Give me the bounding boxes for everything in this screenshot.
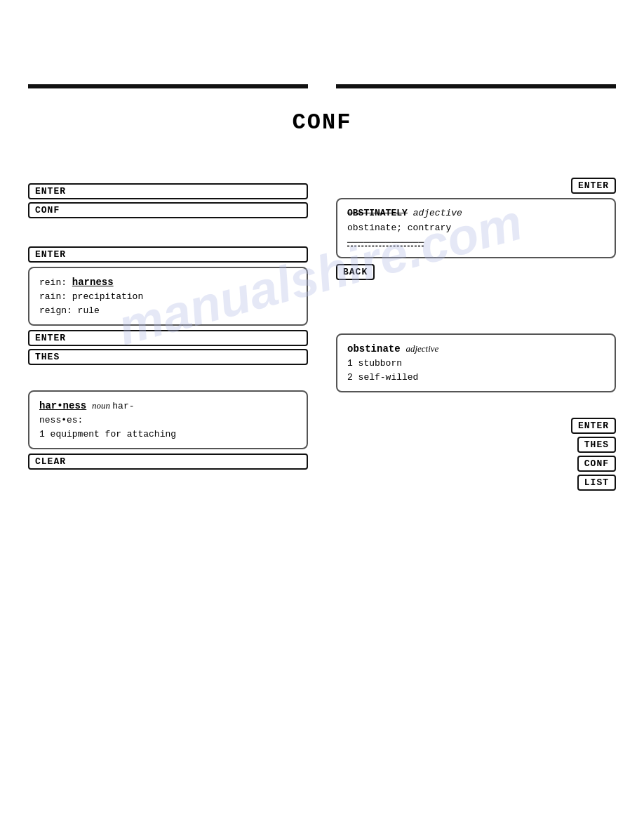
harness-word: har•ness: [39, 400, 86, 411]
right-enter-btn-1[interactable]: ENTER: [571, 178, 616, 194]
left-list-box: rein: harness rain: precipitation reign:…: [28, 267, 308, 326]
list-line-3: reign: rule: [39, 304, 297, 318]
left-thes-btn[interactable]: THES: [28, 349, 308, 365]
left-section-2: ENTER rein: harness rain: precipitation …: [28, 246, 308, 365]
right-def-line-3: 2 self-willed: [347, 371, 605, 385]
list-line-1: rein: harness: [39, 275, 297, 290]
left-conf-btn-1[interactable]: CONF: [28, 202, 308, 218]
harness-pos: noun: [92, 400, 112, 411]
obstinately-pos: adjective: [413, 208, 462, 218]
strike-dashes: ──────────────: [347, 236, 605, 251]
left-column: ENTER CONF ENTER rein: harness rain: pre…: [28, 178, 308, 491]
main-layout: ENTER CONF ENTER rein: harness rain: pre…: [0, 178, 644, 491]
back-btn-row: BACK: [336, 264, 616, 280]
right-strikethrough-box: OBSTINATELY adjective obstinate; contrar…: [336, 198, 616, 258]
left-enter-btn-1[interactable]: ENTER: [28, 183, 308, 199]
obstinate-pos: adjective: [405, 343, 438, 354]
left-def-box: har•ness noun har- ness•es: 1 equipment …: [28, 390, 308, 449]
strike-line-1: OBSTINATELY adjective: [347, 206, 605, 221]
def-line-3: 1 equipment for attaching: [39, 428, 297, 442]
left-enter-btn-3[interactable]: ENTER: [28, 330, 308, 346]
left-section-3: har•ness noun har- ness•es: 1 equipment …: [28, 386, 308, 470]
right-conf-btn[interactable]: CONF: [577, 456, 616, 472]
top-bars: [0, 84, 644, 88]
rein-word: harness: [72, 277, 114, 288]
right-def-line-1: obstinate adjective: [347, 342, 605, 357]
right-thes-btn[interactable]: THES: [577, 437, 616, 453]
left-enter-btn-2[interactable]: ENTER: [28, 246, 308, 263]
right-section-3: ENTER THES CONF LIST: [336, 418, 616, 491]
def-line-1: har•ness noun har-: [39, 399, 297, 413]
right-section-2: obstinate adjective 1 stubborn 2 self-wi…: [336, 329, 616, 397]
left-clear-btn[interactable]: CLEAR: [28, 454, 308, 470]
left-btn-row-1: ENTER CONF: [28, 183, 308, 218]
strike-line-2: obstinate; contrary: [347, 221, 605, 236]
conf-title: CONF: [0, 110, 644, 135]
right-def-box: obstinate adjective 1 stubborn 2 self-wi…: [336, 333, 616, 392]
obstinate-word: obstinate: [347, 343, 401, 355]
right-enter-btn-2[interactable]: ENTER: [571, 418, 616, 434]
right-column: ENTER OBSTINATELY adjective obstinate; c…: [308, 178, 616, 491]
right-enter-row-1: ENTER: [336, 178, 616, 194]
def-line-2: ness•es:: [39, 413, 297, 428]
left-section-1: ENTER CONF: [28, 178, 308, 218]
list-line-2: rain: precipitation: [39, 290, 297, 304]
left-enter-row-2: ENTER: [28, 246, 308, 263]
left-btn-row-2: ENTER THES: [28, 330, 308, 365]
right-back-btn[interactable]: BACK: [336, 264, 375, 280]
right-def-line-2: 1 stubborn: [347, 357, 605, 371]
right-list-btn[interactable]: LIST: [577, 475, 616, 491]
top-bar-left: [28, 84, 308, 88]
top-bar-right: [336, 84, 616, 88]
obstinately-word: OBSTINATELY: [347, 208, 408, 218]
left-btn-row-3: CLEAR: [28, 454, 308, 470]
right-section-1: ENTER OBSTINATELY adjective obstinate; c…: [336, 178, 616, 280]
harness-pron: har-: [112, 401, 134, 411]
